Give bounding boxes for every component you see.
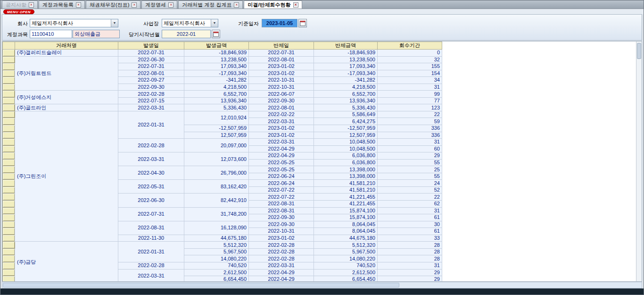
row-selector-button[interactable]	[3, 125, 15, 132]
tab-close-icon[interactable]: ×	[29, 2, 34, 8]
collection-period-cell[interactable]: 59	[378, 118, 442, 125]
customer-name-cell[interactable]: (주)거성에스지	[15, 91, 118, 104]
settlement-date-cell[interactable]: 2022-10-31	[249, 84, 314, 91]
row-selector-button[interactable]	[3, 132, 15, 139]
settlement-amount-cell[interactable]: 6,036,800	[314, 152, 378, 160]
collection-period-cell[interactable]: 123	[378, 104, 442, 111]
collection-period-cell[interactable]: 29	[378, 152, 442, 160]
occurrence-amount-cell[interactable]: 83,162,420	[184, 180, 249, 194]
customer-name-cell[interactable]: (주)갤러리드슬레이	[15, 50, 118, 57]
collection-period-cell[interactable]: 28	[378, 248, 442, 255]
settlement-amount-cell[interactable]: 8,064,045	[314, 221, 378, 228]
collection-period-cell[interactable]: 336	[378, 132, 442, 139]
row-selector-button[interactable]	[3, 276, 15, 282]
collection-period-cell[interactable]: 61	[378, 228, 442, 235]
collection-period-cell[interactable]: 77	[378, 97, 442, 104]
occurrence-amount-cell[interactable]: 16,128,090	[184, 221, 249, 235]
period-start-input[interactable]: 2022-01	[162, 30, 211, 38]
tab-close-icon[interactable]: ×	[234, 2, 239, 8]
occurrence-date-cell[interactable]: 2022-09-27	[118, 77, 184, 84]
column-header-settlement-amount[interactable]: 반제금액	[314, 42, 378, 50]
settlement-date-cell[interactable]: 2022-02-28	[249, 248, 314, 255]
settlement-date-cell[interactable]: 2023-01-02	[249, 70, 314, 77]
settlement-amount-cell[interactable]: 740,520	[314, 262, 378, 269]
occurrence-amount-cell[interactable]: -341,282	[184, 77, 249, 84]
occurrence-date-cell[interactable]: 2022-08-31	[118, 221, 184, 235]
column-header-collection-period[interactable]: 회수기간	[378, 42, 442, 50]
settlement-date-cell[interactable]: 2022-08-31	[249, 207, 314, 214]
settlement-date-cell[interactable]: 2023-01-02	[249, 235, 314, 242]
occurrence-date-cell[interactable]: 2022-04-30	[118, 166, 184, 180]
collection-period-cell[interactable]: 34	[378, 77, 442, 84]
settlement-amount-cell[interactable]: 13,398,000	[314, 173, 378, 180]
occurrence-amount-cell[interactable]: 4,218,500	[184, 84, 249, 91]
row-selector-button[interactable]	[3, 207, 15, 214]
site-select[interactable]: 제일저지주식회사 ▼	[162, 19, 218, 27]
occurrence-date-cell[interactable]: 2022-01-31	[118, 111, 184, 138]
settlement-amount-cell[interactable]: 41,221,455	[314, 201, 378, 208]
occurrence-amount-cell[interactable]: 6,654,450	[184, 276, 249, 282]
occurrence-date-cell[interactable]: 2022-07-31	[118, 63, 184, 70]
settlement-date-cell[interactable]: 2022-08-31	[249, 201, 314, 208]
row-selector-button[interactable]	[3, 255, 15, 262]
row-selector-button[interactable]	[3, 186, 15, 194]
collection-period-cell[interactable]: 61	[378, 214, 442, 221]
occurrence-amount-cell[interactable]: 12,507,959	[184, 132, 249, 139]
settlement-date-cell[interactable]: 2022-02-28	[249, 255, 314, 262]
occurrence-date-cell[interactable]: 2022-06-30	[118, 194, 184, 207]
row-selector-button[interactable]	[3, 56, 15, 63]
collection-period-cell[interactable]: 31	[378, 84, 442, 91]
occurrence-date-cell[interactable]: 2022-11-30	[118, 235, 184, 242]
settlement-amount-cell[interactable]: 13,238,500	[314, 56, 378, 63]
customer-name-cell[interactable]: (주)골드라인	[15, 104, 118, 111]
collection-period-cell[interactable]: 33	[378, 235, 442, 242]
settlement-amount-cell[interactable]: 8,064,045	[314, 228, 378, 235]
row-selector-button[interactable]	[3, 152, 15, 160]
settlement-date-cell[interactable]: 2022-09-30	[249, 97, 314, 104]
occurrence-date-cell[interactable]: 2022-01-31	[118, 242, 184, 262]
settlement-date-cell[interactable]: 2022-04-29	[249, 145, 314, 152]
collection-period-cell[interactable]: 25	[378, 166, 442, 173]
tab-close-icon[interactable]: ×	[76, 2, 81, 8]
customer-name-cell[interactable]: (주)그린조이	[15, 111, 118, 241]
settlement-amount-cell[interactable]: 13,398,000	[314, 166, 378, 173]
collection-period-cell[interactable]: 31	[378, 262, 442, 269]
collection-period-cell[interactable]: 31	[378, 207, 442, 214]
row-selector-button[interactable]	[3, 248, 15, 255]
settlement-date-cell[interactable]: 2022-06-24	[249, 173, 314, 180]
occurrence-amount-cell[interactable]: 14,080,220	[184, 255, 249, 262]
occurrence-date-cell[interactable]: 2022-03-31	[118, 104, 184, 111]
row-selector-button[interactable]	[3, 201, 15, 208]
collection-period-cell[interactable]: 52	[378, 186, 442, 194]
settlement-amount-cell[interactable]: 17,093,340	[314, 63, 378, 70]
settlement-date-cell[interactable]: 2022-04-29	[249, 276, 314, 282]
occurrence-amount-cell[interactable]: 5,967,500	[184, 248, 249, 255]
tab-4[interactable]: 계정명세×	[141, 0, 177, 8]
row-selector-button[interactable]	[3, 70, 15, 77]
tab-close-icon[interactable]: ×	[132, 2, 137, 8]
collection-period-cell[interactable]: 32	[378, 56, 442, 63]
occurrence-date-cell[interactable]: 2022-08-01	[118, 70, 184, 77]
collection-period-cell[interactable]: 28	[378, 242, 442, 249]
collection-period-cell[interactable]: 29	[378, 276, 442, 282]
occurrence-amount-cell[interactable]: 2,612,500	[184, 269, 249, 276]
settlement-date-cell[interactable]: 2022-07-22	[249, 194, 314, 201]
settlement-amount-cell[interactable]: 12,507,959	[314, 132, 378, 139]
row-selector-button[interactable]	[3, 91, 15, 98]
occurrence-amount-cell[interactable]: 17,093,340	[184, 63, 249, 70]
settlement-date-cell[interactable]: 2022-02-22	[249, 111, 314, 118]
settlement-amount-cell[interactable]: 5,336,430	[314, 104, 378, 111]
horizontal-scrollbar[interactable]	[2, 282, 642, 288]
chevron-down-icon[interactable]: ▼	[211, 19, 218, 27]
row-selector-button[interactable]	[3, 214, 15, 221]
occurrence-amount-cell[interactable]: 82,442,910	[184, 194, 249, 207]
row-selector-button[interactable]	[3, 104, 15, 111]
row-selector-button[interactable]	[3, 159, 15, 166]
settlement-amount-cell[interactable]: 6,424,275	[314, 118, 378, 125]
row-selector-button[interactable]	[3, 228, 15, 235]
company-select[interactable]: 제일저지주식회사 ▼	[30, 19, 118, 27]
settlement-amount-cell[interactable]: 41,581,210	[314, 180, 378, 187]
settlement-date-cell[interactable]: 2022-08-01	[249, 104, 314, 111]
settlement-date-cell[interactable]: 2022-03-31	[249, 139, 314, 146]
base-date-input[interactable]: 2023-01-05	[262, 19, 297, 27]
